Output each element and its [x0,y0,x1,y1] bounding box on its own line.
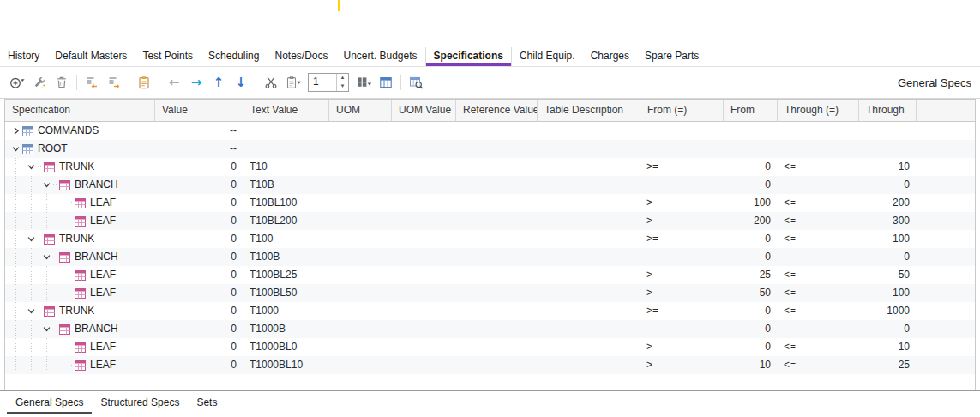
nav-left-icon[interactable]: ← [165,72,183,93]
find-icon[interactable] [406,72,425,93]
tree-guide [39,284,55,302]
tree-connector [38,311,42,311]
column-header-through[interactable]: Through (=) [778,100,859,121]
expander-expanded-icon[interactable] [39,178,53,192]
spec-row-t100b[interactable]: BRANCH0T100B00 [5,248,975,266]
tab-scheduling[interactable]: Scheduling [201,47,267,66]
column-header-value[interactable]: Value [155,100,243,121]
tab-default-masters[interactable]: Default Masters [47,47,135,66]
delete-icon[interactable] [52,72,71,93]
column-header-text-value[interactable]: Text Value [243,100,329,121]
spec-row-commands[interactable]: COMMANDS-- [5,122,975,140]
cell-from-eq [640,122,724,140]
grid-columns-icon[interactable] [376,72,395,93]
tree-guide [24,338,39,356]
spec-row-t10[interactable]: TRUNK0T10>=0<=10 [5,158,975,176]
node-label: LEAF [90,266,116,284]
column-header-uom[interactable]: UOM [329,100,392,121]
cell-uom-value [392,284,456,302]
column-header-table-description[interactable]: Table Description [538,100,640,121]
spec-row-t100bl50[interactable]: LEAF0T100BL50>50<=100 [5,284,975,302]
level-spinner[interactable]: 1▲▼ [308,73,349,92]
expander-expanded-icon[interactable] [9,142,22,156]
tab-spare-parts[interactable]: Spare Parts [637,47,706,66]
expander-expanded-icon[interactable] [24,305,38,318]
bottom-tab-structured-specs[interactable]: Structured Specs [92,391,188,414]
cell-uom [329,176,392,194]
tab-charges[interactable]: Charges [583,47,637,66]
expander-expanded-icon[interactable] [39,323,53,336]
spec-row-t1000bl0[interactable]: LEAF0T1000BL0>0<=10 [5,338,975,356]
tab-uncert-budgets[interactable]: Uncert. Budgets [336,47,425,66]
cell-text-value: T10 [243,158,329,176]
move-up-icon[interactable]: ↑ [209,72,228,93]
tree-connector [69,347,73,348]
spec-row-t10b[interactable]: BRANCH0T10B00 [5,176,975,194]
spin-down-button[interactable]: ▼ [337,82,348,91]
expander-expanded-icon[interactable] [24,233,38,246]
cell-through-eq [778,320,859,338]
spec-row-t10bl100[interactable]: LEAF0T10BL100>100<=200 [5,194,975,212]
column-header-uom-value[interactable]: UOM Value [392,100,456,121]
spec-row-t10bl200[interactable]: LEAF0T10BL200>200<=300 [5,212,975,230]
cell-value: 0 [155,338,243,356]
cut-icon[interactable] [262,72,280,93]
column-header-from[interactable]: From (=) [640,100,724,121]
cell-reference-value [456,176,538,194]
cell-from-eq: >= [640,158,724,176]
cell-uom [329,302,392,320]
tree-connector [69,202,73,203]
spec-tree-cell: BRANCH [5,320,155,338]
modify-icon[interactable] [30,72,49,93]
spec-row-t100[interactable]: TRUNK0T100>=0<=100 [5,230,975,248]
demote-icon[interactable] [105,72,123,93]
tab-notes-docs[interactable]: Notes/Docs [267,47,335,66]
spec-tree-cell: TRUNK [5,230,155,248]
spec-row-t100bl25[interactable]: LEAF0T100BL25>25<=50 [5,266,975,284]
tree-guide [39,266,55,284]
add-node-icon[interactable] [8,72,27,93]
column-header-through[interactable]: Through [859,100,917,121]
cell-reference-value [456,266,538,284]
expander-expanded-icon[interactable] [39,251,53,264]
paste-icon[interactable] [284,72,303,93]
cell-through: 100 [859,230,917,248]
grid-views-icon[interactable] [354,72,373,93]
cell-from: 0 [724,338,778,356]
spin-value[interactable]: 1 [309,74,336,91]
cell-table-description [538,302,640,320]
tab-specifications[interactable]: Specifications [425,47,512,66]
promote-icon[interactable] [82,72,101,93]
move-down-icon[interactable]: ↓ [231,72,250,93]
paste-special-icon[interactable] [135,72,153,93]
nav-right-icon[interactable]: → [187,72,206,93]
column-header-specification[interactable]: Specification [5,100,155,121]
cell-from-eq [640,248,724,266]
grid-icon [44,234,55,245]
column-header-reference-value[interactable]: Reference Value [456,100,538,121]
tab-child-equip[interactable]: Child Equip. [512,47,583,66]
column-header-from[interactable]: From [724,100,778,121]
cell-uom [329,356,392,374]
bottom-tab-general-specs[interactable]: General Specs [7,391,92,414]
cell-reference-value [456,158,538,176]
expander-collapsed-icon[interactable] [9,124,22,138]
cell-uom-value [392,230,456,248]
tab-history[interactable]: History [0,47,47,66]
bottom-tab-sets[interactable]: Sets [188,391,225,414]
tree-guide [9,194,24,212]
spec-row-root[interactable]: ROOT-- [5,140,975,158]
expander-expanded-icon[interactable] [24,160,38,174]
spec-row-t1000b[interactable]: BRANCH0T1000B00 [5,320,975,338]
cell-through-eq: <= [778,302,859,320]
node-label: COMMANDS [38,122,99,140]
tree-guide [24,176,39,194]
tree-guide [39,194,55,212]
spec-row-t1000bl10[interactable]: LEAF0T1000BL10>10<=25 [5,356,975,374]
bottom-tabstrip: General SpecsStructured SpecsSets [0,390,980,417]
spin-up-button[interactable]: ▲ [337,74,348,82]
tab-test-points[interactable]: Test Points [135,47,201,66]
cell-table-description [538,122,640,140]
spec-row-t1000[interactable]: TRUNK0T1000>=0<=1000 [5,302,975,320]
cell-through-eq: <= [778,284,859,302]
